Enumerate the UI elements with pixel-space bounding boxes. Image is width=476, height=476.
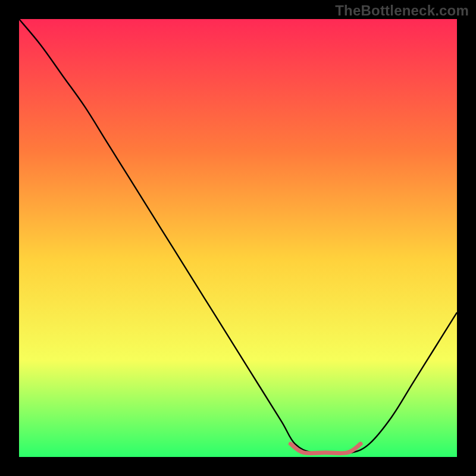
chart-stage: TheBottleneck.com [0,0,476,476]
watermark-text: TheBottleneck.com [335,2,469,19]
bottleneck-curve-chart [0,0,476,476]
plot-area [19,19,457,457]
